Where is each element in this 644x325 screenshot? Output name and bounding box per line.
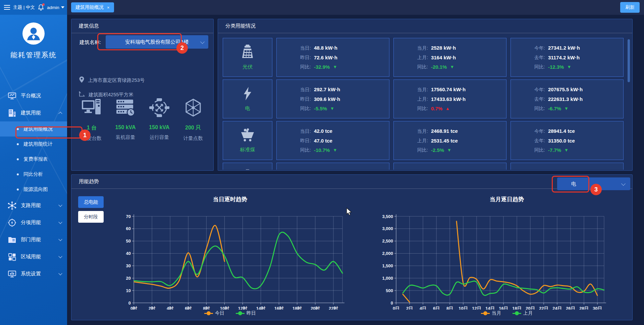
- stat-value: -10.7%: [314, 148, 330, 153]
- sidebar-subitem[interactable]: 建筑用能统计: [0, 137, 67, 152]
- refresh-button[interactable]: 刷新: [620, 2, 640, 13]
- chevron-up-icon: [58, 112, 62, 115]
- scrollbar-thumb[interactable]: [628, 39, 630, 82]
- sidebar-subitem-label: 复费率报表: [23, 156, 48, 162]
- notification-bell-icon[interactable]: [38, 4, 44, 11]
- sidebar-subitem-label: 建筑用能统计: [23, 141, 53, 147]
- sidebar-item-4[interactable]: 部门用能: [0, 231, 67, 248]
- energy-type-label: 光伏: [243, 64, 253, 70]
- energy-type-select[interactable]: 电: [557, 177, 630, 190]
- legend-label: 上月: [523, 310, 533, 316]
- svg-text:26日: 26日: [566, 306, 575, 310]
- svg-text:8时: 8时: [203, 306, 210, 310]
- stat-label: 同比:: [300, 64, 311, 69]
- stat-line: 当日: 292.7 kW·h: [300, 87, 386, 92]
- building-stat-label: 计量点数: [183, 135, 203, 142]
- energy-dashboard: 主题 | 中文 admin 建筑用能概况 × 刷新 能耗管理系统 平台概况: [0, 0, 644, 325]
- svg-text:500: 500: [386, 288, 393, 293]
- sidebar-item-3[interactable]: 分项用能: [0, 214, 67, 231]
- monthly-trend-chart: 05001,0001,5002,0002,5003,0003,5000日2日4日…: [379, 206, 634, 310]
- down-triangle-icon: ▼: [564, 148, 569, 152]
- tab-building-energy-overview[interactable]: 建筑用能概况 ×: [71, 2, 114, 12]
- sidebar-subitem[interactable]: 同比分析: [0, 167, 67, 182]
- sidebar-item-6[interactable]: 系统设置: [0, 265, 67, 282]
- stat-line: 同比: -2.5% ▼: [417, 148, 503, 153]
- tab-close-icon[interactable]: ×: [107, 5, 110, 10]
- sidebar-item-label: 支路用能: [21, 202, 41, 209]
- down-triangle-icon: ▼: [567, 65, 571, 69]
- stat-value: 28941.4 tce: [548, 128, 575, 133]
- building-stat-value: 150 kVA: [115, 124, 136, 130]
- sidebar-item-label: 部门用能: [21, 236, 41, 243]
- legend-marker-icon: [481, 311, 490, 315]
- svg-text:4日: 4日: [420, 306, 426, 310]
- stat-value: 17433.63 kW·h: [431, 97, 466, 102]
- sidebar-item-2[interactable]: 支路用能: [0, 197, 67, 214]
- stat-value: 222631.3 kW·h: [548, 97, 583, 102]
- svg-text:12时: 12时: [238, 306, 248, 310]
- theme-language-switch[interactable]: 主题 | 中文: [13, 4, 35, 10]
- hamburger-menu-icon[interactable]: [4, 5, 10, 10]
- stat-label: 同比:: [417, 64, 428, 69]
- stat-label: 当日:: [300, 129, 311, 133]
- sidebar-item-0[interactable]: 平台概况: [0, 87, 67, 104]
- trend-button-0[interactable]: 总电能: [78, 196, 104, 208]
- building-stat: 200 只 计量点数: [176, 95, 210, 142]
- energy-stat-card: 当日: 292.7 kW·h 昨日: 309.6 kW·h 同比: -5.5% …: [276, 79, 389, 118]
- sidebar: 能耗管理系统 平台概况 建筑用能 建筑用能概况 建筑用能统计 复费率报表 同比分…: [0, 15, 67, 325]
- svg-text:14时: 14时: [256, 306, 266, 310]
- sidebar-subitem-label: 同比分析: [23, 171, 43, 177]
- sidebar-subitem-label: 建筑用能概况: [23, 126, 53, 132]
- svg-text:10日: 10日: [459, 306, 468, 310]
- sidebar-subitem[interactable]: 能源流向图: [0, 182, 67, 197]
- sidebar-subitem[interactable]: 复费率报表: [0, 152, 67, 167]
- legend-item[interactable]: 今日: [204, 310, 224, 316]
- stat-value: 48.8 kW·h: [314, 45, 337, 50]
- energy-type-select-value: 电: [571, 181, 576, 187]
- building-stat-value: 1 台: [87, 124, 97, 131]
- sidebar-menu: 平台概况 建筑用能 建筑用能概况 建筑用能统计 复费率报表 同比分析 能源流向图…: [0, 87, 67, 282]
- down-triangle-icon: ▼: [333, 65, 337, 69]
- svg-text:60: 60: [126, 226, 131, 231]
- stat-value: 2531.45 tce: [431, 138, 458, 143]
- stat-line: 当日: 48.8 kW·h: [300, 45, 386, 50]
- building-info-panel: 建筑信息 建筑名称: 安科瑞电气股份有限公司A楼 上海市嘉定区育绿路253号 建…: [71, 19, 214, 171]
- stat-value: -5.5%: [314, 106, 327, 111]
- building-name-select[interactable]: 安科瑞电气股份有限公司A楼: [106, 35, 208, 49]
- user-menu[interactable]: admin: [47, 5, 64, 10]
- svg-text:18时: 18时: [292, 306, 302, 310]
- sidebar-item-5[interactable]: 区域用能: [0, 248, 67, 265]
- legend-label: 当月: [492, 310, 501, 316]
- stat-value: -12.3%: [548, 64, 564, 69]
- stat-label: 同比:: [534, 64, 545, 69]
- stat-line: 今年: 28941.4 tce: [534, 128, 621, 133]
- stat-label: 昨日:: [300, 97, 311, 101]
- stat-label: 同比:: [300, 106, 311, 111]
- building-stat-value: 200 只: [185, 124, 201, 131]
- stat-value: 309.6 kW·h: [314, 97, 340, 102]
- trend-button-1[interactable]: 分时段: [78, 211, 104, 223]
- sidebar-item-1[interactable]: 建筑用能: [0, 104, 67, 121]
- stat-line: 同比: -32.9% ▼: [300, 64, 386, 69]
- stat-label: 去年:: [534, 138, 545, 143]
- sidebar-item-label: 区域用能: [21, 254, 41, 260]
- monthly-chart-legend: 当月 上月: [379, 310, 634, 316]
- coal-icon: [240, 128, 255, 144]
- svg-text:3,000: 3,000: [382, 226, 393, 231]
- legend-item[interactable]: 上月: [513, 310, 533, 316]
- server-icon: [115, 95, 136, 117]
- stat-label: 同比:: [417, 148, 428, 152]
- svg-text:10: 10: [126, 288, 131, 293]
- legend-marker-icon: [236, 311, 245, 315]
- building-stat: 150 kVA 运行容量: [143, 95, 176, 142]
- sidebar-subitem[interactable]: 建筑用能概况: [0, 121, 67, 137]
- settings-icon: [7, 269, 16, 278]
- building-stat-label: 装机容量: [116, 134, 135, 141]
- avatar: [22, 22, 45, 45]
- stat-label: 去年:: [534, 55, 545, 60]
- legend-item[interactable]: 昨日: [236, 310, 256, 316]
- legend-item[interactable]: 当月: [481, 310, 501, 316]
- svg-text:20日: 20日: [526, 306, 535, 310]
- topbar: 主题 | 中文 admin 建筑用能概况 × 刷新: [0, 0, 644, 15]
- stat-value: -6.7%: [548, 106, 561, 111]
